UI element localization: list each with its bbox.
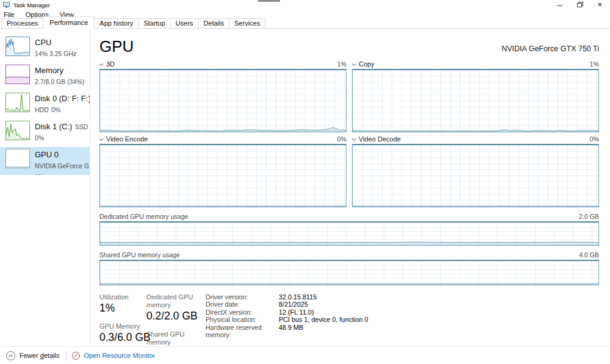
app-icon: [3, 2, 10, 7]
content-area: CPU 14% 3.25 GHz Memory 2.7/8.0 GB (34%): [0, 29, 610, 346]
dedicated-memory-graph: [99, 221, 599, 246]
sidebar-item-cpu[interactable]: CPU 14% 3.25 GHz: [0, 35, 90, 63]
tab-services[interactable]: Services: [229, 18, 265, 28]
chart-block-video-encode: Video Encode 0%: [99, 135, 346, 207]
gpu-video-encode-graph: [99, 144, 346, 207]
physical-location-label: Physical location:: [206, 316, 279, 323]
chart-3d-percent: 1%: [337, 60, 346, 68]
driver-version-value: 32.0.15.8115: [279, 293, 317, 301]
dedicated-gpu-memory-label: Dedicated GPU memory: [146, 293, 206, 309]
gpu-copy-graph: [352, 69, 599, 132]
chart-block-copy: Copy 1%: [352, 60, 599, 132]
tab-startup[interactable]: Startup: [138, 18, 170, 28]
tab-details[interactable]: Details: [198, 18, 230, 28]
sidebar-gpu0-usage: 1%: [35, 173, 44, 175]
sidebar-item-disk1[interactable]: Disk 1 (C:) SSD 0%: [0, 119, 90, 147]
tab-performance[interactable]: Performance: [43, 16, 95, 29]
sidebar-disk1-name: Disk 1 (C:): [35, 122, 72, 131]
tab-bar: Processes Performance App history Startu…: [0, 19, 610, 29]
info-row: Hardware reserved memory: 48.9 MB: [206, 324, 368, 339]
directx-version-value: 12 (FL 11.0): [279, 309, 314, 316]
chart-copy-percent: 1%: [590, 60, 599, 68]
footer-bar: Fewer details Open Resource Monitor: [0, 346, 610, 364]
chevron-down-icon[interactable]: [99, 137, 104, 141]
tab-users[interactable]: Users: [170, 18, 199, 28]
dedicated-gpu-memory-value: 0.2/2.0 GB: [146, 309, 206, 323]
cpu-thumbnail-chart: [5, 37, 30, 56]
hardware-reserved-memory-label: Hardware reserved memory:: [206, 324, 279, 339]
directx-version-label: DirectX version:: [206, 309, 279, 316]
sidebar-item-memory[interactable]: Memory 2.7/8.0 GB (34%): [0, 63, 90, 91]
tab-app-history[interactable]: App history: [94, 18, 138, 28]
shared-memory-label: Shared GPU memory usage: [99, 251, 180, 259]
driver-version-label: Driver version:: [206, 293, 279, 301]
tab-processes[interactable]: Processes: [1, 18, 43, 28]
utilization-label: Utilization: [99, 293, 146, 301]
gpu-memory-value: 0.3/6.0 GB: [99, 330, 146, 344]
gpu-detail-panel: GPU NVIDIA GeForce GTX 750 Ti 3D 1%: [90, 29, 610, 346]
utilization-value: 1%: [99, 301, 146, 315]
sidebar-item-gpu0[interactable]: GPU 0 NVIDIA GeForce G... 1%: [0, 147, 90, 175]
sidebar-memory-stats: 2.7/8.0 GB (34%): [35, 78, 84, 85]
driver-date-label: Driver date:: [206, 301, 279, 308]
shared-gpu-memory-label: Shared GPU memory: [146, 330, 206, 346]
minimize-icon: [557, 5, 562, 6]
chart-video-encode-label: Video Encode: [106, 135, 148, 143]
restore-button[interactable]: [570, 0, 590, 9]
sidebar-item-disk0[interactable]: Disk 0 (D: F: F:) HDD 0%: [0, 91, 90, 119]
gpu-3d-graph: [99, 69, 346, 132]
memory-thumbnail-chart: [5, 65, 30, 84]
chart-video-decode-label: Video Decode: [359, 135, 401, 143]
chevron-up-icon: [9, 354, 13, 359]
dedicated-memory-cap: 2.0 GB: [579, 213, 599, 220]
chart-3d-label: 3D: [106, 60, 115, 68]
physical-location-value: PCI bus 1, device 0, function 0: [279, 316, 368, 323]
fewer-details-icon[interactable]: [6, 351, 15, 360]
chart-block-video-decode: Video Decode 0%: [352, 135, 599, 207]
info-row: Driver date: 8/21/2025: [206, 301, 368, 308]
chart-video-encode-percent: 0%: [337, 135, 346, 143]
chevron-down-icon[interactable]: [352, 62, 356, 66]
footer-separator: [66, 351, 66, 360]
gpu-memory-label: GPU Memory: [99, 323, 146, 330]
page-title: GPU: [99, 38, 134, 55]
chart-block-3d: 3D 1%: [99, 60, 346, 132]
fewer-details-button[interactable]: Fewer details: [20, 352, 59, 359]
minimize-button[interactable]: [550, 0, 570, 9]
titlebar[interactable]: Task Manager ✕: [0, 0, 610, 10]
sidebar-gpu0-name: GPU 0: [35, 150, 59, 159]
chevron-down-icon[interactable]: [99, 62, 104, 66]
performance-sidebar: CPU 14% 3.25 GHz Memory 2.7/8.0 GB (34%): [0, 29, 90, 346]
sidebar-cpu-name: CPU: [35, 38, 51, 47]
sidebar-cpu-stats: 14% 3.25 GHz: [35, 50, 76, 57]
chart-copy-label: Copy: [359, 60, 375, 68]
driver-date-value: 8/21/2025: [279, 301, 308, 308]
close-icon: ✕: [597, 2, 602, 8]
info-row: Physical location: PCI bus 1, device 0, …: [206, 316, 368, 323]
task-manager-window: Task Manager ✕ File Options View Process…: [0, 0, 610, 364]
info-row: Driver version: 32.0.15.8115: [206, 293, 368, 301]
chart-video-decode-percent: 0%: [590, 135, 599, 143]
chevron-down-icon[interactable]: [352, 137, 356, 141]
open-resource-monitor-link[interactable]: Open Resource Monitor: [84, 352, 155, 359]
gpu-video-decode-graph: [352, 144, 599, 207]
restore-icon: [577, 2, 583, 8]
menu-file[interactable]: File: [4, 11, 15, 18]
resource-monitor-icon: [72, 352, 80, 360]
disk0-thumbnail-chart: [5, 93, 30, 112]
shared-memory-cap: 4.0 GB: [579, 251, 599, 259]
engine-charts-grid: 3D 1% Copy 1%: [99, 60, 599, 207]
sidebar-disk0-usage: 0%: [51, 106, 60, 113]
window-title: Task Manager: [13, 2, 50, 9]
hardware-reserved-memory-value: 48.9 MB: [279, 324, 303, 339]
gpu-model-name: NVIDIA GeForce GTX 750 Ti: [501, 45, 599, 55]
close-button[interactable]: ✕: [590, 0, 610, 9]
sidebar-memory-name: Memory: [35, 66, 63, 75]
info-row: DirectX version: 12 (FL 11.0): [206, 309, 368, 316]
sidebar-disk0-type: HDD: [35, 106, 49, 113]
dedicated-memory-section: Dedicated GPU memory usage 2.0 GB: [99, 212, 599, 246]
screen-artifact: [258, 0, 280, 2]
sidebar-disk1-usage: 0%: [35, 134, 44, 141]
sidebar-gpu0-model: NVIDIA GeForce G...: [35, 162, 90, 170]
dedicated-memory-label: Dedicated GPU memory usage: [99, 213, 188, 220]
